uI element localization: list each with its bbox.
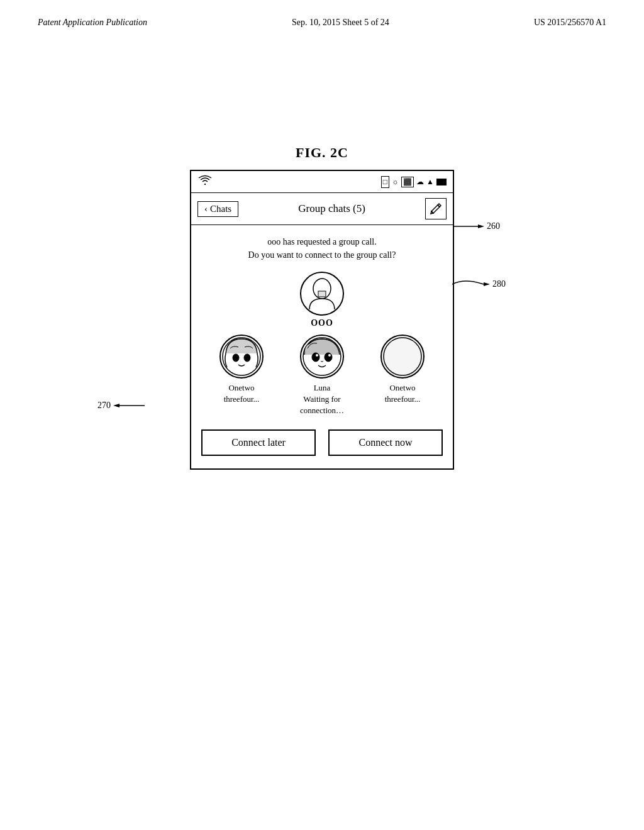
participants-row: Onetwo threefour...	[201, 335, 443, 417]
svg-point-9	[244, 354, 250, 362]
wifi-icon	[197, 175, 213, 189]
participant-1-avatar	[219, 335, 264, 379]
back-button[interactable]: ‹ Chats	[197, 201, 238, 217]
status-icons: □ ☼ ⬛ ☁ ▲	[381, 176, 447, 188]
svg-point-14	[328, 354, 331, 357]
participant-2-name: Luna Waiting for connection…	[300, 382, 344, 417]
participant-1: Onetwo threefour...	[207, 335, 276, 405]
header-patent-number: US 2015/256570 A1	[534, 18, 606, 28]
page-header: Patent Application Publication Sep. 10, …	[38, 18, 606, 28]
caller-name: OOO	[311, 318, 333, 328]
participant-2: Luna Waiting for connection…	[287, 335, 357, 417]
nav-title: Group chats (5)	[298, 202, 365, 215]
connect-now-button[interactable]: Connect now	[328, 429, 443, 456]
svg-point-13	[316, 354, 318, 357]
participant-1-name: Onetwo threefour...	[224, 382, 260, 405]
phone-mockup: □ ☼ ⬛ ☁ ▲ ‹ Chats Group chats (5) ooo ha…	[190, 170, 454, 470]
figure-label: FIG. 2C	[296, 145, 348, 161]
connect-later-button[interactable]: Connect later	[201, 429, 316, 456]
ref-260-label: 260	[453, 220, 500, 233]
back-chevron-icon: ‹	[204, 204, 208, 214]
notification-text: ooo has requested a group call. Do you w…	[201, 235, 443, 262]
svg-point-11	[312, 353, 319, 362]
back-label: Chats	[210, 204, 231, 214]
svg-point-12	[325, 353, 332, 362]
participant-3-avatar	[380, 335, 425, 379]
header-publication: Patent Application Publication	[38, 18, 147, 28]
ref-270-label: 270	[97, 399, 145, 412]
caller-avatar	[300, 272, 344, 316]
svg-marker-3	[113, 404, 119, 407]
svg-point-8	[233, 354, 239, 362]
svg-marker-6	[484, 282, 490, 286]
edit-icon-button[interactable]	[425, 198, 447, 219]
svg-rect-5	[318, 291, 326, 297]
status-bar: □ ☼ ⬛ ☁ ▲	[191, 171, 453, 193]
notification-line1: ooo has requested a group call.	[201, 235, 443, 248]
caller-section: OOO 280	[201, 272, 443, 328]
notification-line2: Do you want to connect to the group call…	[201, 248, 443, 262]
ref-280-label: 280	[452, 278, 506, 290]
nav-bar: ‹ Chats Group chats (5)	[191, 193, 453, 225]
participant-2-avatar	[300, 335, 344, 379]
participant-3-name: Onetwo threefour...	[385, 382, 421, 405]
header-date-sheet: Sep. 10, 2015 Sheet 5 of 24	[292, 18, 389, 28]
content-area: ooo has requested a group call. Do you w…	[191, 225, 453, 468]
svg-point-15	[384, 338, 421, 375]
buttons-row: Connect later Connect now	[201, 429, 443, 456]
svg-marker-1	[478, 224, 484, 228]
participant-3: Onetwo threefour...	[368, 335, 437, 405]
